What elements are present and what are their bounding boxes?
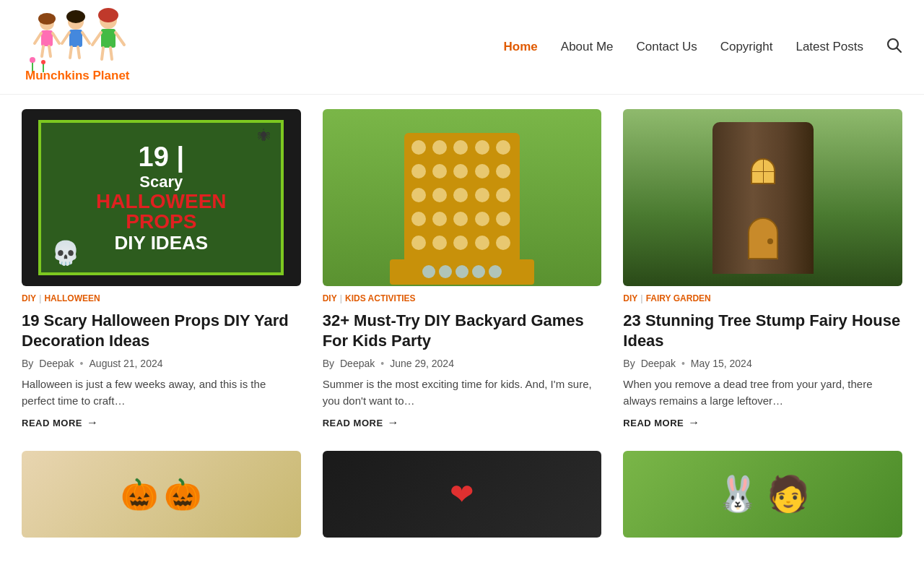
game-hole [475,212,489,226]
read-more-link[interactable]: READ MORE → [323,416,602,429]
read-more-link[interactable]: READ MORE → [22,416,301,429]
nav-copyright[interactable]: Copyright [720,40,773,54]
article-image-partial: ❤ [323,451,602,538]
article-image [323,109,602,286]
by-label: By [22,358,33,369]
article-card-partial: ❤ [323,451,602,538]
nav-latest[interactable]: Latest Posts [796,40,863,54]
game-chip [472,265,485,278]
article-meta: By Deepak • May 15, 2024 [623,358,902,369]
game-hole [475,188,489,202]
article-image [623,109,902,286]
article-card-partial: 🐰 🧑 [623,451,902,538]
by-label: By [623,358,635,369]
game-hole [453,212,468,226]
by-label: By [323,358,334,369]
game-hole [496,188,510,202]
nav-home[interactable]: Home [504,40,538,54]
meta-separator: • [380,358,384,369]
game-hole [453,164,468,178]
site-logo: Munchkins Planet [22,7,180,87]
main-nav: Home About Me Contact Us Copyright Lates… [504,38,902,57]
game-hole [496,212,510,226]
game-hole [432,140,447,155]
author-name: Deepak [39,358,74,369]
article-meta: By Deepak • June 29, 2024 [323,358,602,369]
svg-text:Munchkins Planet: Munchkins Planet [25,69,130,82]
heart-icon: ❤ [450,478,474,512]
svg-rect-2 [41,30,53,46]
person-icon-2: 🧑 [767,474,810,514]
pumpkin-icon: 🎃 [121,477,158,512]
article-categories: DIY | FAIRY GARDEN [623,293,902,303]
read-more-arrow: → [388,416,400,429]
search-button[interactable] [886,38,902,57]
meta-separator: • [80,358,84,369]
game-chip [489,265,502,278]
game-hole [453,236,468,250]
game-hole [411,164,426,178]
game-hole [453,140,468,155]
fairy-door [748,217,778,259]
svg-point-7 [38,13,56,25]
article-categories: DIY | KIDS ACTIVITIES [323,293,602,303]
game-hole [432,236,447,250]
read-more-arrow: → [688,416,700,429]
cat-separator: | [340,293,342,303]
bottom-articles-row: 🎃 🎃 ❤ 🐰 🧑 [22,451,902,538]
category-diy: DIY [323,293,337,303]
svg-point-14 [66,10,85,23]
svg-line-13 [78,47,79,58]
site-header: Munchkins Planet Home About Me Contact U… [0,0,924,95]
svg-point-26 [41,60,45,64]
category-diy: DIY [623,293,637,303]
game-hole [432,164,447,178]
article-excerpt: Halloween is just a few weeks away, and … [22,376,301,409]
game-chip [439,265,452,278]
game-hole [496,236,510,250]
svg-line-29 [897,48,902,52]
article-card: DIY | KIDS ACTIVITIES 32+ Must-Try DIY B… [323,109,602,429]
article-image-partial: 🐰 🧑 [623,451,902,538]
article-excerpt: When you remove a dead tree from your ya… [623,376,902,409]
category-diy: DIY [22,293,36,303]
article-date: August 21, 2024 [90,358,163,369]
article-date: May 15, 2024 [691,358,752,369]
article-title: 23 Stunning Tree Stump Fairy House Ideas [623,311,902,350]
svg-line-20 [110,48,112,59]
cat-separator: | [640,293,642,303]
game-hole [496,164,510,178]
article-categories: DIY | HALLOWEEN [22,293,301,303]
read-more-label: READ MORE [323,418,383,428]
article-date: June 29, 2024 [390,358,454,369]
article-card-partial: 🎃 🎃 [22,451,301,538]
game-hole [411,212,426,226]
meta-separator: • [681,358,685,369]
nav-about[interactable]: About Me [561,40,614,54]
article-excerpt: Summer is the most exciting time for kid… [323,376,602,409]
author-name: Deepak [340,358,375,369]
game-hole [432,212,447,226]
article-card: 19 | Scary HALLOWEENPROPS DIY IDEAS 💀 🕷 … [22,109,301,429]
category-fairy: FAIRY GARDEN [646,293,711,303]
tree-trunk [712,122,814,274]
read-more-link[interactable]: READ MORE → [623,416,902,429]
game-chip [422,265,435,278]
category-kids: KIDS ACTIVITIES [345,293,416,303]
game-hole [453,188,468,202]
read-more-arrow: → [87,416,99,429]
game-tray [390,259,534,285]
game-hole [432,188,447,202]
game-hole [475,164,489,178]
logo-area: Munchkins Planet [22,7,180,87]
game-hole [411,188,426,202]
nav-contact[interactable]: Contact Us [637,40,697,54]
person-icon: 🐰 [716,474,759,514]
article-title: 19 Scary Halloween Props DIY Yard Decora… [22,311,301,350]
svg-line-19 [102,48,103,59]
article-title: 32+ Must-Try DIY Backyard Games For Kids… [323,311,602,350]
pumpkin-icon-2: 🎃 [164,477,201,512]
game-chip [456,265,468,278]
author-name: Deepak [641,358,676,369]
svg-point-24 [30,57,35,63]
